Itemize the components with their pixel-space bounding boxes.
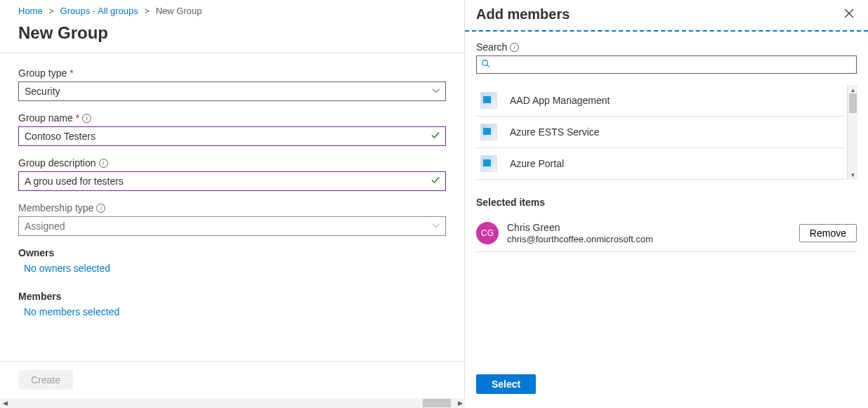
- page-title: New Group: [0, 20, 464, 53]
- breadcrumb-home[interactable]: Home: [18, 6, 43, 16]
- panel-title: Add members: [476, 6, 570, 22]
- group-name-input[interactable]: [18, 126, 446, 146]
- svg-point-0: [482, 60, 488, 66]
- selected-items-heading: Selected items: [476, 197, 857, 208]
- breadcrumb-groups[interactable]: Groups - All groups: [60, 6, 138, 16]
- close-icon: [844, 10, 854, 20]
- scroll-left-icon[interactable]: ◀: [0, 398, 10, 408]
- info-icon[interactable]: [99, 159, 108, 168]
- search-input[interactable]: [476, 55, 857, 74]
- search-label: Search: [476, 41, 857, 53]
- add-members-panel: Add members Search AAD App Management: [465, 0, 868, 408]
- membership-type-label: Membership type: [18, 202, 446, 213]
- members-link[interactable]: No members selected: [24, 306, 119, 317]
- panel-footer: Select: [465, 366, 868, 408]
- scrollbar-thumb[interactable]: [849, 93, 857, 113]
- scroll-right-icon[interactable]: ▶: [455, 398, 465, 408]
- chevron-right-icon: >: [144, 6, 150, 16]
- remove-button[interactable]: Remove: [799, 224, 857, 242]
- membership-type-select: Assigned: [18, 216, 446, 236]
- selected-item: CG Chris Green chris@fourthcoffee.onmicr…: [476, 215, 857, 252]
- selected-item-name: Chris Green: [507, 222, 799, 234]
- group-description-label: Group description: [18, 157, 446, 169]
- group-name-label: Group name*: [18, 112, 446, 124]
- list-item[interactable]: AAD App Management: [476, 85, 844, 117]
- members-heading: Members: [18, 291, 446, 302]
- dashed-divider: [465, 30, 868, 32]
- chevron-right-icon: >: [48, 6, 54, 16]
- vertical-scrollbar[interactable]: ▲ ▼: [847, 85, 857, 180]
- search-icon: [481, 59, 490, 70]
- select-button[interactable]: Select: [476, 374, 536, 394]
- group-type-label: Group type*: [18, 67, 446, 79]
- list-item[interactable]: Azure ESTS Service: [476, 117, 844, 148]
- app-icon: [480, 124, 497, 140]
- checkmark-icon: [430, 176, 440, 187]
- form: Group type* Security Group name* Group d…: [0, 53, 464, 330]
- group-description-input[interactable]: [18, 171, 446, 191]
- scrollbar-thumb[interactable]: [423, 399, 451, 407]
- horizontal-scrollbar[interactable]: ◀ ▶: [0, 398, 465, 408]
- list-item-label: Azure ESTS Service: [510, 126, 600, 138]
- results-list: AAD App Management Azure ESTS Service Az…: [476, 85, 857, 180]
- info-icon[interactable]: [96, 204, 105, 213]
- new-group-panel: Home > Groups - All groups > New Group N…: [0, 0, 465, 408]
- app-icon: [480, 155, 497, 172]
- checkmark-icon: [430, 131, 440, 143]
- scroll-down-icon[interactable]: ▼: [848, 170, 858, 180]
- close-button[interactable]: [841, 6, 857, 23]
- breadcrumb: Home > Groups - All groups > New Group: [0, 0, 464, 20]
- app-icon: [480, 92, 497, 109]
- list-item-label: Azure Portal: [510, 158, 564, 169]
- owners-link[interactable]: No owners selected: [24, 263, 110, 274]
- owners-heading: Owners: [18, 247, 446, 258]
- avatar: CG: [476, 222, 499, 244]
- info-icon[interactable]: [82, 114, 91, 123]
- group-type-select[interactable]: Security: [18, 81, 446, 101]
- list-item[interactable]: Azure Portal: [476, 148, 844, 180]
- list-item-label: AAD App Management: [510, 95, 610, 106]
- info-icon[interactable]: [510, 43, 519, 52]
- create-button: Create: [18, 370, 73, 390]
- breadcrumb-current: New Group: [156, 6, 202, 16]
- bottom-bar: Create: [0, 361, 464, 398]
- selected-item-email: chris@fourthcoffee.onmicrosoft.com: [507, 234, 799, 245]
